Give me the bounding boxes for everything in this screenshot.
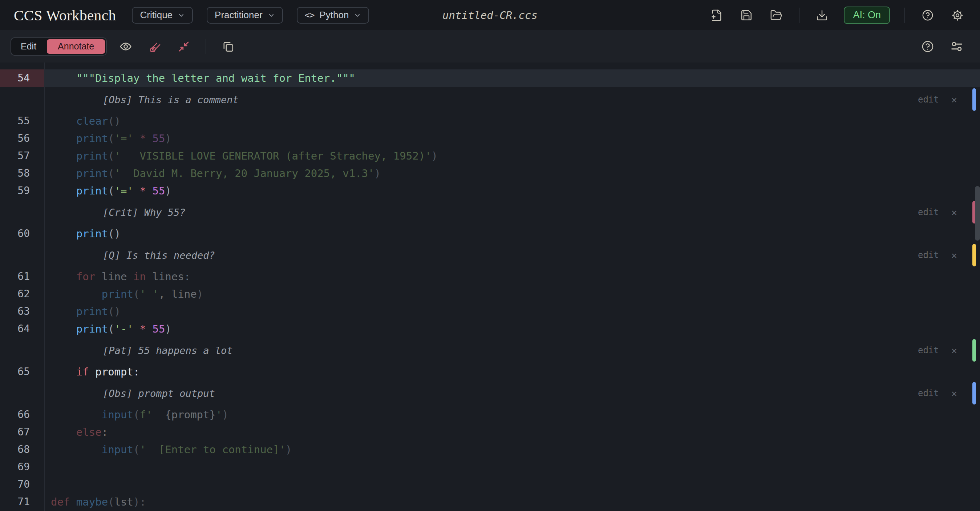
- code-token: [146, 323, 152, 335]
- code-token: '=': [115, 132, 133, 145]
- collapse-button[interactable]: [176, 38, 192, 54]
- annotate-pen-button[interactable]: [147, 38, 163, 54]
- code-token: prompt:: [89, 366, 140, 378]
- code-token: (: [108, 496, 114, 508]
- pen-icon: [148, 40, 161, 53]
- topbar: CCS Workbench Critique Practitioner <> P…: [0, 0, 980, 30]
- code-token: input: [102, 443, 133, 456]
- app-title: CCS Workbench: [14, 6, 116, 24]
- annotation-close-button[interactable]: ×: [951, 207, 957, 218]
- code-line[interactable]: input(' [Enter to continue]'): [51, 441, 980, 458]
- code-line[interactable]: """Display the letter and wait for Enter…: [51, 69, 980, 87]
- annotation-close-button[interactable]: ×: [951, 250, 957, 261]
- copy-button[interactable]: [220, 38, 236, 54]
- code-line[interactable]: else:: [51, 423, 980, 441]
- mode-toggle: Edit Annotate: [11, 37, 107, 56]
- line-number: 71: [0, 493, 44, 511]
- code-line[interactable]: print('-' * 55): [51, 320, 980, 338]
- annotation-close-button[interactable]: ×: [951, 388, 957, 399]
- annotation-toolbar: Edit Annotate: [0, 30, 980, 62]
- preview-eye-button[interactable]: [118, 38, 134, 54]
- annotation-row: [Crit] Why 55?edit×: [0, 200, 980, 225]
- code-line[interactable]: input(f' {prompt}'): [51, 406, 980, 423]
- code-token: (): [108, 305, 121, 318]
- code-row: 71def maybe(lst):: [0, 493, 980, 511]
- eye-icon: [119, 40, 132, 53]
- annotation-settings-button[interactable]: [949, 38, 965, 54]
- code-token: [70, 496, 76, 508]
- code-token: ' VISIBLE LOVE GENERATOR (after Strachey…: [115, 150, 431, 162]
- line-number: 70: [0, 476, 44, 493]
- code-line[interactable]: print(): [51, 303, 980, 320]
- annotation-label: [Crit] Why 55?: [103, 207, 186, 218]
- ai-toggle-badge[interactable]: AI: On: [844, 6, 890, 24]
- chevron-down-icon: [178, 12, 185, 19]
- code-token: *: [140, 132, 146, 145]
- save-button[interactable]: [738, 7, 754, 23]
- download-icon: [816, 9, 828, 21]
- code-row: 65 if prompt:: [0, 363, 980, 380]
- code-row: 54 """Display the letter and wait for En…: [0, 69, 980, 87]
- code-token: else: [76, 426, 102, 438]
- code-row: 62 print(' ', line): [0, 285, 980, 303]
- annotation-edit-button[interactable]: edit: [918, 388, 939, 398]
- critique-dropdown-label: Critique: [140, 10, 173, 21]
- code-row: 61 for line in lines:: [0, 268, 980, 285]
- line-number: 60: [0, 225, 44, 243]
- code-row: 57 print(' VISIBLE LOVE GENERATOR (after…: [0, 147, 980, 164]
- code-line[interactable]: print(' David M. Berry, 20 January 2025,…: [51, 164, 980, 182]
- divider: [904, 8, 905, 23]
- code-token: for: [76, 270, 95, 283]
- code-token: ): [431, 150, 438, 162]
- code-row: 64 print('-' * 55): [0, 320, 980, 338]
- code-token: """Display the letter and wait for Enter…: [51, 72, 355, 84]
- annotation-edit-button[interactable]: edit: [918, 207, 939, 217]
- code-token: [146, 185, 152, 197]
- language-dropdown[interactable]: <> Python: [297, 7, 369, 24]
- code-line[interactable]: print(): [51, 225, 980, 243]
- annotation-row: [Obs] prompt outputedit×: [0, 380, 980, 406]
- code-token: (: [108, 323, 114, 335]
- open-folder-button[interactable]: [768, 7, 784, 23]
- code-row: 70: [0, 476, 980, 493]
- annotation-edit-button[interactable]: edit: [918, 250, 939, 260]
- annotate-tab[interactable]: Annotate: [47, 39, 105, 54]
- line-number: 65: [0, 363, 44, 380]
- line-number: 69: [0, 458, 44, 476]
- help-button[interactable]: [920, 7, 936, 23]
- chevron-down-icon: [268, 12, 275, 19]
- annotation-label: [Obs] prompt output: [103, 388, 215, 399]
- scrollbar-thumb[interactable]: [975, 186, 980, 241]
- code-token: print: [76, 305, 108, 318]
- practitioner-dropdown[interactable]: Practitioner: [207, 7, 283, 24]
- download-button[interactable]: [814, 7, 830, 23]
- code-row: 67 else:: [0, 423, 980, 441]
- code-token: (): [108, 228, 121, 240]
- code-line[interactable]: def maybe(lst):: [51, 493, 980, 511]
- code-line[interactable]: if prompt:: [51, 363, 980, 380]
- code-line[interactable]: clear(): [51, 112, 980, 130]
- annotation-edit-button[interactable]: edit: [918, 345, 939, 355]
- code-line[interactable]: print('=' * 55): [51, 130, 980, 147]
- annotation-marker: [972, 382, 976, 404]
- settings-button[interactable]: [950, 7, 966, 23]
- toolbar-help-button[interactable]: [920, 38, 936, 54]
- gear-icon: [951, 9, 964, 21]
- code-token: (: [108, 132, 114, 145]
- code-token: print: [76, 185, 108, 197]
- annotation-close-button[interactable]: ×: [951, 94, 957, 105]
- code-line[interactable]: print(' VISIBLE LOVE GENERATOR (after St…: [51, 147, 980, 164]
- code-token: print: [102, 288, 133, 300]
- code-line[interactable]: print(' ', line): [51, 285, 980, 303]
- chevron-down-icon: [354, 12, 361, 19]
- annotation-edit-button[interactable]: edit: [918, 94, 939, 105]
- edit-tab[interactable]: Edit: [11, 38, 46, 55]
- code-line[interactable]: for line in lines:: [51, 268, 980, 285]
- annotation-close-button[interactable]: ×: [951, 345, 957, 356]
- code-row: 66 input(f' {prompt}'): [0, 406, 980, 423]
- new-file-button[interactable]: [709, 7, 725, 23]
- critique-dropdown[interactable]: Critique: [132, 7, 193, 24]
- code-token: [51, 288, 102, 300]
- code-line[interactable]: print('=' * 55): [51, 182, 980, 200]
- code-token: ' David M. Berry, 20 January 2025, v1.3': [115, 167, 374, 180]
